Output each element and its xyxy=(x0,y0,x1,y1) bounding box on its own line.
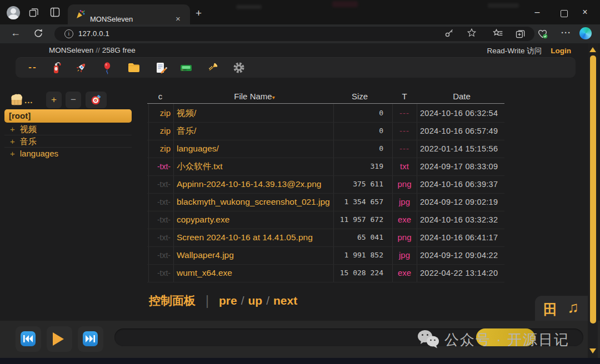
back-button[interactable]: ← xyxy=(11,27,21,39)
zip-link[interactable]: zip xyxy=(147,122,171,140)
new-tab-button[interactable]: + xyxy=(196,7,202,19)
browser-tab[interactable]: MONSeleven × xyxy=(68,4,190,24)
skip-forward-icon xyxy=(85,334,96,343)
file-link[interactable]: 视频/ xyxy=(177,104,196,122)
access-status: Read-Write 访问Login xyxy=(487,46,571,56)
audio-player-toggle[interactable]: ♫ xyxy=(567,299,579,316)
table-row[interactable]: -txt-Screen 2024-10-16 at 14.41.05.png65… xyxy=(147,229,504,247)
scroll-up-arrow-icon[interactable] xyxy=(589,47,596,52)
memo-icon[interactable] xyxy=(152,61,169,74)
header-underline xyxy=(147,103,504,104)
column-header-date[interactable]: Date xyxy=(420,92,503,101)
browser-menu-icon[interactable]: ··· xyxy=(561,28,571,37)
zip-link[interactable]: zip xyxy=(147,104,171,122)
watermark-ghost xyxy=(488,3,519,8)
column-header-c[interactable]: c xyxy=(150,92,171,101)
control-panel-link[interactable]: 控制面板 xyxy=(149,294,196,307)
password-key-icon[interactable] xyxy=(444,28,454,38)
file-link[interactable]: wumt_x64.exe xyxy=(177,264,232,282)
reload-icon[interactable] xyxy=(33,28,43,38)
sidebar-item-music[interactable]: +音乐 xyxy=(4,135,132,148)
sidebar-item-root[interactable]: [root] xyxy=(4,109,132,123)
browser-essentials-icon[interactable] xyxy=(537,28,548,39)
tab-actions-icon[interactable] xyxy=(50,7,60,17)
favorites-hub-icon[interactable] xyxy=(492,28,503,39)
file-link[interactable]: 小众软件.txt xyxy=(177,158,223,175)
sidebar-item-videos[interactable]: +视频 xyxy=(4,123,132,135)
txt-link[interactable]: -txt- xyxy=(147,175,171,193)
expand-plus-icon[interactable]: + xyxy=(4,124,20,134)
party-popper-favicon-icon xyxy=(76,9,86,19)
profile-avatar-icon[interactable] xyxy=(7,6,20,19)
table-row[interactable]: -txt-copyparty.exe11 957 672exe2024-10-1… xyxy=(147,211,504,229)
column-header-filename[interactable]: File Name▾ xyxy=(177,92,332,101)
txt-link[interactable]: -txt- xyxy=(147,158,171,175)
settings-gear-icon[interactable] xyxy=(231,61,247,74)
bread-tree-icon[interactable] xyxy=(9,92,24,108)
txt-link[interactable]: -txt- xyxy=(147,211,171,229)
table-row[interactable]: -txt-wumt_x64.exe15 028 224exe2022-04-22… xyxy=(147,264,504,282)
txt-link[interactable]: -txt- xyxy=(147,193,171,211)
table-row[interactable]: zip视频/0---2024-10-16 06:32:54 xyxy=(147,104,504,123)
tree-expand-button[interactable]: + xyxy=(46,92,62,108)
file-date: 2024-10-16 03:32:32 xyxy=(420,211,498,229)
table-row[interactable]: -txt-blackmyth_wukong_screenshot_021.jpg… xyxy=(147,193,504,211)
url-text[interactable]: 127.0.0.1 xyxy=(78,29,109,38)
dart-jump-button[interactable] xyxy=(86,92,107,108)
site-info-icon[interactable]: i xyxy=(64,29,73,38)
tree-more-dots[interactable]: ... xyxy=(24,95,33,105)
workspaces-icon[interactable] xyxy=(29,7,39,18)
favorite-star-icon[interactable] xyxy=(467,28,477,38)
skip-back-button[interactable] xyxy=(21,331,36,346)
login-link[interactable]: Login xyxy=(551,47,571,55)
maximize-button[interactable] xyxy=(561,10,568,17)
table-row[interactable]: -txt-小众软件.txt319txt2024-09-17 08:33:09 xyxy=(147,158,504,176)
txt-link[interactable]: -txt- xyxy=(147,246,171,264)
file-link[interactable]: Wallpaper4.jpg xyxy=(177,246,234,264)
skip-forward-button[interactable] xyxy=(83,331,98,346)
file-link[interactable]: Appinn-2024-10-16-14.39.13@2x.png xyxy=(177,175,321,193)
scrollbar-thumb[interactable] xyxy=(590,55,596,323)
folder-icon[interactable] xyxy=(126,61,142,74)
scroll-down-arrow-icon[interactable] xyxy=(589,348,596,353)
file-link[interactable]: copyparty.exe xyxy=(177,211,229,229)
trumpet-icon[interactable] xyxy=(204,61,221,74)
file-date: 2024-10-16 06:39:37 xyxy=(420,175,498,193)
zip-link[interactable]: zip xyxy=(147,140,171,158)
table-row[interactable]: ziplanguages/0---2022-01-14 15:15:56 xyxy=(147,140,504,158)
path-separator: // xyxy=(93,46,102,54)
play-button[interactable] xyxy=(53,332,64,346)
prev-link[interactable]: pre xyxy=(219,294,237,307)
table-row[interactable]: -txt-Appinn-2024-10-16-14.39.13@2x.png37… xyxy=(147,175,504,194)
tree-collapse-button[interactable]: − xyxy=(66,92,81,108)
pager-icon[interactable] xyxy=(178,61,194,74)
file-link[interactable]: languages/ xyxy=(177,140,219,158)
file-link[interactable]: Screen 2024-10-16 at 14.41.05.png xyxy=(177,229,313,246)
table-row[interactable]: -txt-Wallpaper4.jpg1 991 852jpg2024-09-1… xyxy=(147,246,504,265)
rocket-icon[interactable] xyxy=(73,61,89,74)
collections-icon[interactable] xyxy=(515,28,526,39)
balloon-icon[interactable] xyxy=(99,61,116,74)
file-link[interactable]: blackmyth_wukong_screenshot_021.jpg xyxy=(177,193,330,211)
grid-view-toggle[interactable]: 田 xyxy=(543,300,557,318)
fire-extinguisher-icon[interactable] xyxy=(48,61,64,74)
address-bar[interactable] xyxy=(54,27,534,41)
column-header-type[interactable]: T xyxy=(393,92,416,101)
file-link[interactable]: 音乐/ xyxy=(177,122,196,140)
table-row[interactable]: zip音乐/0---2024-10-16 06:57:49 xyxy=(147,122,504,140)
tab-close-icon[interactable]: × xyxy=(176,14,181,23)
sidebar-item-languages[interactable]: +languages xyxy=(4,148,132,159)
up-link[interactable]: up xyxy=(248,294,263,307)
txt-link[interactable]: -txt- xyxy=(147,264,171,282)
txt-link[interactable]: -txt- xyxy=(147,229,171,246)
minimize-button[interactable]: – xyxy=(529,7,546,17)
site-name[interactable]: MONSeleven xyxy=(49,46,93,54)
copilot-icon[interactable] xyxy=(579,27,592,39)
column-header-size[interactable]: Size xyxy=(336,92,383,101)
expand-plus-icon[interactable]: + xyxy=(4,136,20,146)
collapse-toolbar-button[interactable]: -- xyxy=(24,61,41,74)
next-link[interactable]: next xyxy=(273,294,297,307)
expand-plus-icon[interactable]: + xyxy=(4,149,20,158)
watermark-ghost xyxy=(332,1,358,7)
close-window-button[interactable]: × xyxy=(577,7,593,17)
